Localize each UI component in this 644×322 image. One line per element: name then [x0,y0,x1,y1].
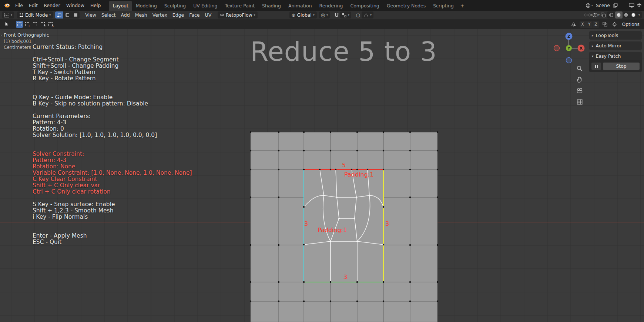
menu-uv[interactable]: UV [202,11,214,20]
workspace-tab-modeling[interactable]: Modeling [132,1,161,11]
shading-solid-button[interactable] [615,11,623,19]
menu-window[interactable]: Window [63,0,87,11]
mode-selector-dropdown[interactable]: Edit Mode ▾ [17,11,53,19]
proportional-falloff-dropdown[interactable]: ▾ [362,11,373,19]
pivot-point-dropdown[interactable]: ◎ ▾ [319,11,330,19]
panel-header-easy-patch[interactable]: ▾Easy Patch [589,52,642,60]
overlapping-squares-icon[interactable] [601,21,609,28]
workspace-tab-animation[interactable]: Animation [285,1,316,11]
show-gizmos-button[interactable]: ▾ [584,11,592,19]
tool-settings-left: +−±∩ [3,21,54,28]
workspace-tab-shading[interactable]: Shading [258,1,285,11]
status-line: C Key Clear Constraint [33,176,192,182]
transform-orientation-dropdown[interactable]: ⊕ Global ▾ [289,11,317,19]
falloff-curve-icon [363,13,369,17]
monitor-icon[interactable] [629,3,634,8]
chevron-down-icon: ▾ [637,13,641,17]
status-line: Rotation: None [33,164,192,170]
stop-button[interactable]: Stop [603,63,640,70]
panel-header-auto-mirror[interactable]: ▸Auto Mirror [589,41,642,50]
shading-wireframe-button[interactable] [608,11,615,19]
workspace-tab-geometry-nodes[interactable]: Geometry Nodes [383,1,429,11]
workspace-tab-layout[interactable]: Layout [109,1,132,11]
mirror-x-toggle[interactable]: X [580,21,586,28]
status-line: Q Key - Guide Mode: Enable [33,94,192,101]
workspace-tab-sculpting[interactable]: Sculpting [161,1,189,11]
camera-view-button[interactable] [576,87,583,94]
viewport-editor-icon [4,13,9,17]
orientation-label: Global [297,13,311,18]
snap-target-dropdown[interactable]: ▾ [340,11,351,19]
select-subtract-button[interactable]: − [31,21,38,28]
workspace-tab-uv-editing[interactable]: UV Editing [189,1,221,11]
gizmo-minus-x-axis[interactable] [554,46,560,51]
menu-view[interactable]: View [83,11,99,20]
zoom-button[interactable] [576,65,583,72]
toggle-grid-button[interactable] [576,98,583,105]
tool-settings-right: XYZ Options [570,21,641,28]
status-line: B Key - Skip no solution pattern: Disabl… [33,101,192,107]
options-dropdown[interactable]: Options [621,22,641,27]
menu-vertex[interactable]: Vertex [150,11,170,20]
status-line: i Key - Flip Normals [33,214,192,220]
menu-file[interactable]: File [12,0,26,11]
edge-select-mode-button[interactable] [63,11,71,19]
menu-edge[interactable]: Edge [170,11,187,20]
menu-edit[interactable]: Edit [26,0,41,11]
select-extend-button[interactable]: + [24,21,31,28]
tool-settings-bar: +−±∩ XYZ Options [0,20,644,29]
scene-name[interactable]: Scene [596,3,610,8]
scene-browse-button[interactable]: ▾ [586,3,593,8]
status-line: Current Status: Patching [33,44,192,50]
shading-rendered-button[interactable] [630,11,637,19]
mirror-y-toggle[interactable]: Y [586,21,593,28]
retopoflow-dropdown[interactable]: RetopoFlow ▾ [218,11,257,19]
menu-face[interactable]: Face [187,11,202,20]
proportional-editing-button[interactable]: ○ [354,11,362,19]
select-intersect-button[interactable]: ∩ [47,21,54,28]
chevron-down-icon: ▾ [313,13,315,17]
add-workspace-button[interactable]: + [457,1,467,11]
vertex-icon [57,13,62,17]
vertex-select-mode-button[interactable] [55,11,63,19]
workspace-tab-scripting[interactable]: Scripting [429,1,457,11]
workspace-tab-compositing[interactable]: Compositing [346,1,383,11]
active-tool-icon[interactable] [3,21,10,28]
menu-select[interactable]: Select [99,11,118,20]
panel-easy-patch: ▾Easy PatchStop [589,52,642,72]
workspace-tab-rendering[interactable]: Rendering [316,1,347,11]
status-line: Shift + C Only clear var [33,182,192,189]
menu-help[interactable]: Help [87,0,104,11]
menu-render[interactable]: Render [41,0,63,11]
status-line: Enter - Apply Mesh [33,233,192,239]
gizmo-glasses-icon [584,13,591,17]
xray-toggle-button[interactable] [600,11,607,19]
region-expand-arrow[interactable]: › [1,33,2,38]
select-set-button[interactable] [16,21,23,28]
workspace-tab-texture-paint[interactable]: Texture Paint [221,1,258,11]
show-overlays-button[interactable]: ▾ [592,11,600,19]
layers-icon[interactable] [637,3,642,8]
magnifier-icon [577,66,583,71]
panel-header-looptools[interactable]: ▸LoopTools [589,31,642,40]
mirror-z-toggle[interactable]: Z [593,21,599,28]
menu-add[interactable]: Add [118,11,133,20]
padding-label-left: Padding:1 [318,227,347,234]
viewport-3d[interactable]: 5 Padding:1 3 Padding:1 3 3 › Front Orth… [0,29,644,322]
scene-controls: ▾ Scene [586,0,642,11]
blender-logo-icon[interactable] [3,3,10,8]
crosshair-icon[interactable] [611,21,618,28]
select-invert-button[interactable]: ± [39,21,46,28]
editor-type-button[interactable]: ▾ [2,11,14,19]
menu-mesh[interactable]: Mesh [133,11,150,20]
pan-button[interactable] [576,76,583,83]
navigation-gizmo[interactable]: Z X Y [550,29,587,64]
pause-button[interactable] [591,63,601,70]
face-select-mode-button[interactable] [71,11,80,19]
snap-toggle-button[interactable] [333,11,340,19]
gizmo-minus-z-axis[interactable] [566,58,572,63]
shading-material-button[interactable] [623,11,630,19]
gizmo-x-label: X [580,46,583,51]
copy-icon[interactable] [613,3,618,8]
blender-window: FileEditRenderWindowHelp LayoutModelingS… [0,0,644,322]
